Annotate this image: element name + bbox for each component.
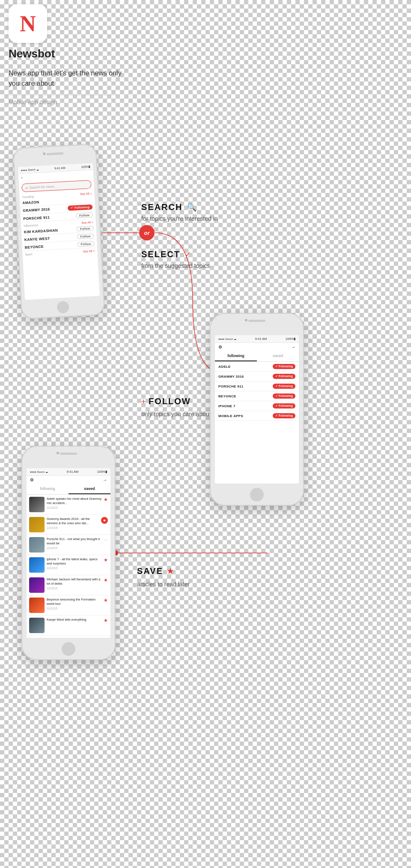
tab-following[interactable]: following [215,351,257,361]
phone2-speaker [248,320,265,322]
star-kanye[interactable]: ★ [104,618,108,623]
kim-follow-btn[interactable]: Follow [77,226,94,231]
star-beyonce[interactable]: ★ [104,598,108,603]
article-date-grammy: 12/10/15 [47,526,99,529]
article-date-beyonce: 12/10/15 [47,607,101,610]
phone3-arrow-icon[interactable]: → [103,478,107,482]
influencers-label: Influencers [24,224,39,228]
follow-label: FOLLOW [149,396,191,406]
back-arrow-icon[interactable]: ‹ [21,175,23,180]
phone3: ●●●● Sketch ☁ 9:41 AM 100%▮ ⚙ → followin… [21,446,116,660]
star-iphone[interactable]: ★ [104,557,108,563]
grammy-following-tag[interactable]: ✓ Following [273,374,295,379]
following-item-grammy: GRAMMY 2016 ✓ Following [215,372,299,381]
phone2: ●●●● Sketch ☁ 9:41 AM 100%▮ ⚙ → followin… [210,313,304,506]
article-row-mj: Michael Jackson left Neverland with a lo… [27,575,110,595]
article-text-mj: Michael Jackson left Neverland with a lo… [47,577,101,590]
grammy-following-btn[interactable]: ✓ Following [68,204,92,211]
star-grammy[interactable]: ★ [101,517,108,524]
phone1-status-left: ●●●● Sketch ☁ [21,168,39,171]
app-divider [9,95,120,95]
app-description: News app that let's get the news only yo… [9,68,128,89]
article-text-porsche: Porsche 911 - not what you thought it wo… [47,537,101,550]
article-date-adele: 12/10/15 [47,506,101,509]
star-porsche[interactable]: ☆ [104,537,108,543]
article-title-porsche: Porsche 911 - not what you thought it wo… [47,537,101,546]
follow-section-header: + FOLLOW [141,396,191,406]
phone1-time: 9:41 AM [54,166,66,170]
phone1-camera [43,152,45,155]
phone1: ●●●● Sketch ☁ 9:41 AM 100%▮ ‹ ⌕ Search f… [13,144,105,319]
save-label: SAVE [137,566,163,576]
beyonce-follow-btn[interactable]: Follow [77,241,94,247]
phone3-tab-following[interactable]: following [27,484,68,494]
search-icon-small: ⌕ [25,186,28,190]
article-text-iphone: iphone 7 - all the latest leaks, specs a… [47,557,101,570]
phone3-screen: ●●●● Sketch ☁ 9:41 AM 100%▮ ⚙ → followin… [27,468,110,638]
select-sublabel: from the suggested topics [141,262,210,269]
topic-grammy-name: GRAMMY 2016 [23,207,50,213]
mobile-apps-following-tag[interactable]: ✓ Following [273,413,295,418]
article-title-iphone: iphone 7 - all the latest leaks, specs a… [47,557,101,566]
article-row-beyonce: Beyonce anouncing the Formation world to… [27,595,110,616]
arrow-icon[interactable]: → [291,345,295,349]
see-all-2[interactable]: See All > [81,221,93,224]
save-sublabel: articles to read later [137,581,190,588]
topic-porsche-name: PORSCHE 911 [23,215,50,221]
phone2-camera [245,319,247,321]
phone1-screen: ●●●● Sketch ☁ 9:41 AM 100%▮ ‹ ⌕ Search f… [18,163,100,300]
star-adele[interactable]: ★ [104,497,108,502]
phone3-tab-saved[interactable]: saved [68,484,110,494]
phone1-battery: 100%▮ [81,165,90,168]
star-mj[interactable]: ★ [104,577,108,583]
gear-icon[interactable]: ⚙ [218,345,222,349]
app-title: Newsbot [9,47,128,60]
article-title-adele: Adele speaks her mind about Grammy mic a… [47,497,101,505]
save-section-header: SAVE ★ [137,566,174,576]
porsche-follow-btn[interactable]: Follow [76,213,93,218]
see-all-3[interactable]: See All > [83,249,95,253]
article-thumb-grammy [29,517,45,532]
following-item-porsche: PORSCHE 911 ✓ Following [215,381,299,391]
app-header: N Newsbot News app that let's get the ne… [9,4,128,105]
phone2-toolbar: ⚙ → [215,343,299,351]
topic-kim-name: KIM KARDASHIAN [24,228,58,234]
phone2-home-button[interactable] [250,488,264,502]
iphone-name: IPHONE 7 [218,404,235,408]
phone3-time: 9:41 AM [67,470,79,474]
app-subtitle: Mobile app design [9,99,128,105]
adele-following-tag[interactable]: ✓ Following [273,364,295,369]
phone3-gear-icon[interactable]: ⚙ [30,478,34,482]
phone2-battery: 100%▮ [286,337,295,341]
following-item-mobile-apps: MOBILE APPS ✓ Following [215,411,299,421]
plus-icon: + [141,397,146,406]
app-icon: N [9,4,47,43]
article-thumb-kanye [29,618,45,633]
phone2-tabs: following saved [215,351,299,362]
phone3-speaker [60,453,77,455]
article-date-iphone: 12/10/15 [47,567,101,570]
article-thumb-porsche [29,537,45,553]
beyonce-following-tag[interactable]: ✓ Following [273,393,295,399]
phone1-home-button[interactable] [57,301,69,313]
search-icon: 🔍 [187,203,197,212]
grammy2-name: GRAMMY 2016 [218,375,244,378]
phone1-speaker [46,152,63,155]
select-label: SELECT [141,249,180,259]
article-title-grammy: Grammy Awards 2016 - all the winners & t… [47,517,99,526]
article-thumb-adele [29,497,45,512]
select-section-header: SELECT ✓ [141,249,191,259]
phone2-screen: ●●●● Sketch ☁ 9:41 AM 100%▮ ⚙ → followin… [215,335,299,484]
porsche-following-tag[interactable]: ✓ Following [273,384,295,389]
kanye-follow-btn[interactable]: Follow [77,234,94,239]
search-section-header: SEARCH 🔍 [141,202,197,212]
phone2-time: 9:41 AM [255,337,267,341]
iphone-following-tag[interactable]: ✓ Following [273,403,295,408]
see-all-1[interactable]: See All > [80,192,92,195]
porsche2-name: PORSCHE 911 [218,384,243,388]
article-text-kanye: Kanye West tells everything [47,618,101,623]
search-label: SEARCH [141,202,182,212]
tab-saved[interactable]: saved [257,351,299,361]
article-title-kanye: Kanye West tells everything [47,618,101,622]
phone3-home-button[interactable] [62,642,75,656]
